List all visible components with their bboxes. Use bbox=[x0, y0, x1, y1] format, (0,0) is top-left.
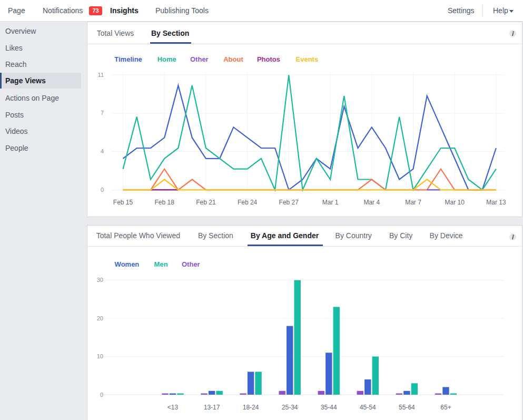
svg-text:10: 10 bbox=[97, 353, 103, 359]
svg-text:18-24: 18-24 bbox=[243, 404, 259, 411]
svg-text:Mar 1: Mar 1 bbox=[322, 199, 339, 206]
svg-text:<13: <13 bbox=[167, 404, 179, 411]
svg-text:Feb 18: Feb 18 bbox=[155, 199, 175, 206]
svg-text:25-34: 25-34 bbox=[282, 404, 298, 411]
svg-text:Feb 15: Feb 15 bbox=[113, 199, 133, 206]
svg-text:Mar 13: Mar 13 bbox=[486, 199, 506, 206]
svg-text:7: 7 bbox=[101, 110, 104, 116]
svg-text:Feb 24: Feb 24 bbox=[238, 199, 258, 206]
svg-text:35-44: 35-44 bbox=[321, 404, 337, 411]
svg-text:4: 4 bbox=[101, 148, 104, 154]
svg-text:55-64: 55-64 bbox=[399, 404, 415, 411]
svg-text:20: 20 bbox=[97, 315, 103, 321]
svg-text:65+: 65+ bbox=[440, 404, 451, 411]
svg-text:0: 0 bbox=[101, 187, 104, 193]
svg-text:Mar 4: Mar 4 bbox=[363, 199, 380, 206]
svg-text:13-17: 13-17 bbox=[204, 404, 220, 411]
svg-text:30: 30 bbox=[97, 277, 103, 283]
svg-text:Feb 27: Feb 27 bbox=[279, 199, 299, 206]
svg-text:45-54: 45-54 bbox=[360, 404, 376, 411]
svg-text:0: 0 bbox=[100, 392, 103, 398]
svg-text:Mar 7: Mar 7 bbox=[405, 199, 421, 206]
svg-text:11: 11 bbox=[98, 72, 104, 78]
svg-text:Feb 21: Feb 21 bbox=[196, 199, 216, 206]
svg-text:Mar 10: Mar 10 bbox=[445, 199, 465, 206]
